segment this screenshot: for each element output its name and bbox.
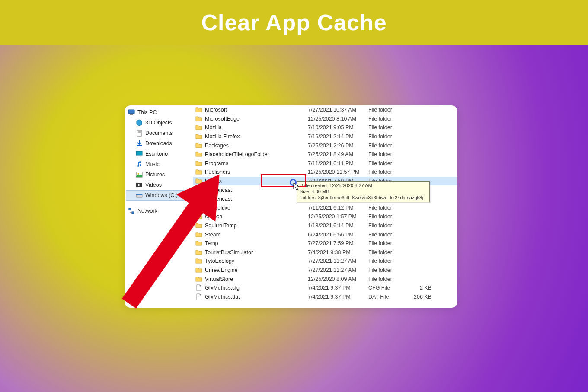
file-row[interactable]: Temp7/27/2021 7:59 PMFile folder [193,239,457,248]
doc-icon [136,130,143,137]
file-name: Publishers [205,169,308,175]
file-type: CFG File [368,285,406,291]
file-row[interactable]: UnrealEngine7/27/2021 11:27 AMFile folde… [193,266,457,275]
navigation-tree[interactable]: This PC3D ObjectsDocumentsDownloadsEscri… [125,105,193,308]
file-date: 12/25/2020 1:57 PM [308,214,368,220]
nav-item-network[interactable]: Network [126,206,193,216]
file-row[interactable]: PlaceholderTileLogoFolder7/25/2021 8:49 … [193,150,457,159]
nav-item-documents[interactable]: Documents [126,128,193,138]
folder-icon [195,258,202,265]
file-row[interactable]: VirtualStore12/25/2020 8:09 AMFile folde… [193,274,457,284]
folder-icon [195,249,202,256]
explorer-body: This PC3D ObjectsDocumentsDownloadsEscri… [125,105,457,308]
nav-item-videos[interactable]: Videos [126,180,193,190]
file-type: File folder [368,214,406,220]
nav-item-label: Escritorio [145,151,193,157]
nav-item-label: Documents [145,130,193,136]
nav-item-music[interactable]: Music [126,159,193,169]
file-type: File folder [368,223,406,229]
folder-icon [195,106,202,113]
file-date: 1/13/2021 6:14 PM [308,223,368,229]
nav-item-label: 3D Objects [145,120,193,126]
file-row[interactable]: speech12/25/2020 1:57 PMFile folder [193,212,457,221]
download-icon [136,140,143,147]
file-name: MicrosoftEdge [205,116,308,122]
folder-icon [195,151,202,158]
file-date: 7/4/2021 9:38 PM [308,249,368,255]
file-date: 7/25/2021 8:49 AM [308,151,368,157]
file-type: File folder [368,151,406,157]
file-row[interactable]: MicrosoftEdge12/25/2020 8:10 AMFile fold… [193,115,457,124]
nav-item-label: Music [145,161,193,167]
file-date: 7/16/2021 2:14 PM [308,134,368,140]
nav-item-label: Pictures [145,172,193,178]
file-name: SquirrelTemp [205,223,308,229]
file-row[interactable]: Mozilla Firefox7/16/2021 2:14 PMFile fol… [193,132,457,141]
file-row[interactable]: GfxMetrics.cfg7/4/2021 9:37 PMCFG File2 … [193,284,457,293]
file-name: Roblox [205,178,308,184]
file-name: Screencast [205,187,308,193]
folder-icon [195,115,202,122]
file-row[interactable]: Softdeluxe7/11/2021 6:12 PMFile folder [193,204,457,213]
file-name: Programs [205,160,308,166]
file-type: File folder [368,143,406,149]
file-name: UnrealEngine [205,267,308,273]
file-name: Softdeluxe [205,205,308,211]
file-list[interactable]: Microsoft7/27/2021 10:37 AMFile folderMi… [193,105,457,308]
file-date: 12/25/2020 8:10 AM [308,116,368,122]
file-date: 7/27/2021 11:27 AM [308,258,368,264]
nav-item-windows-c-[interactable]: Windows (C:) [126,190,193,201]
svg-rect-15 [129,208,131,210]
file-date: 7/11/2021 6:12 PM [308,205,368,211]
file-date: 7/10/2021 9:05 PM [308,124,368,131]
nav-item-escritorio[interactable]: Escritorio [126,149,193,159]
file-type: File folder [368,249,406,255]
file-row[interactable]: SquirrelTemp1/13/2021 6:14 PMFile folder [193,221,457,230]
desktop-icon [136,150,143,157]
file-type: File folder [368,232,406,238]
file-row[interactable]: Microsoft7/27/2021 10:37 AMFile folder [193,105,457,115]
file-row[interactable]: TouristBusSimulator7/4/2021 9:38 PMFile … [193,248,457,257]
file-row[interactable]: GfxMetrics.dat7/4/2021 9:37 PMDAT File20… [193,292,457,301]
file-row[interactable]: Publishers12/25/2020 11:57 PMFile folder [193,168,457,177]
file-type: File folder [368,124,406,131]
folder-icon [195,160,202,167]
file-row[interactable]: Programs7/11/2021 6:11 PMFile folder [193,159,457,168]
file-name: PlaceholderTileLogoFolder [205,151,308,157]
file-row[interactable]: Steam6/24/2021 6:56 PMFile folder [193,230,457,239]
file-date: 7/4/2021 9:37 PM [308,285,368,291]
file-name: Steam [205,232,308,238]
file-name: VirtualStore [205,276,308,282]
file-row[interactable]: Mozilla7/10/2021 9:05 PMFile folder [193,123,457,132]
folder-icon [195,187,202,194]
file-date: 7/4/2021 9:37 PM [308,294,368,300]
file-type: File folder [368,160,406,166]
nav-item-downloads[interactable]: Downloads [126,138,193,149]
file-name: GfxMetrics.dat [205,294,308,300]
file-name: Temp [205,240,308,246]
nav-item-label: This PC [137,109,193,115]
nav-item-label: Windows (C:) [145,192,193,198]
file-size: 2 KB [406,285,431,291]
nav-item-3d-objects[interactable]: 3D Objects [126,118,193,128]
folder-icon [195,276,202,283]
nav-item-label: Network [137,208,193,214]
page-title: Clear App Cache [201,10,387,35]
file-row[interactable]: TytoEcology7/27/2021 11:27 AMFile folder [193,257,457,266]
file-type: File folder [368,267,406,273]
nav-item-this-pc[interactable]: This PC [126,107,193,118]
file-row[interactable]: Packages7/25/2021 2:26 PMFile folder [193,141,457,150]
tooltip-line2: Size: 4.00 MB [300,188,427,194]
file-type: File folder [368,205,406,211]
folder-icon [195,169,202,175]
file-explorer-window: This PC3D ObjectsDocumentsDownloadsEscri… [125,105,457,308]
folder-icon [195,142,202,149]
pc-icon [128,109,135,116]
title-banner: Clear App Cache [0,0,588,45]
nav-item-label: Videos [145,182,193,188]
file-date: 7/11/2021 6:11 PM [308,160,368,166]
folder-icon [195,213,202,220]
tooltip-line1: Date created: 12/25/2020 8:27 AM [300,182,427,188]
nav-item-pictures[interactable]: Pictures [126,169,193,180]
svg-rect-0 [128,110,134,114]
